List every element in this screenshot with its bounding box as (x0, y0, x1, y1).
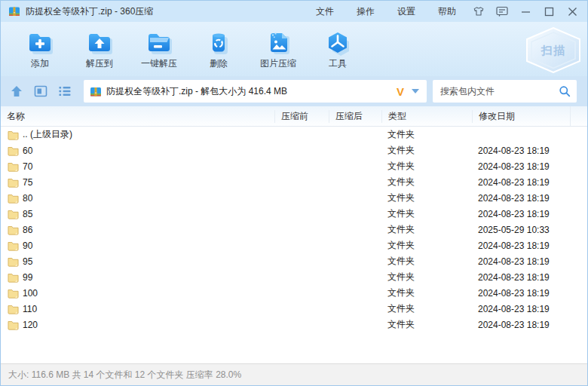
app-window: 防提权全等级补丁.zip - 360压缩 文件 操作 设置 帮助 (0, 0, 588, 386)
file-name: 86 (23, 225, 32, 235)
folder-icon (8, 288, 19, 299)
menu-file[interactable]: 文件 (316, 5, 334, 18)
one-click-extract-button[interactable]: 一键解压 (135, 28, 183, 70)
file-name: 75 (23, 177, 32, 188)
column-name[interactable]: 名称 (1, 110, 274, 123)
table-row[interactable]: 120 文件夹 2024-08-23 18:19 (1, 317, 587, 332)
toolbar-label: 添加 (31, 57, 49, 70)
folder-icon (8, 320, 19, 330)
table-header: 名称 压缩前 压缩后 类型 修改日期 (1, 106, 587, 127)
folder-icon (8, 193, 19, 204)
file-name: 70 (23, 161, 32, 172)
folder-icon (8, 161, 19, 172)
file-name: 85 (23, 209, 32, 219)
trash-icon (205, 28, 232, 57)
table-row[interactable]: 60 文件夹 2024-08-23 18:19 (1, 142, 587, 158)
file-date: 2025-05-29 10:33 (472, 225, 570, 235)
file-type: 文件夹 (381, 160, 472, 173)
table-row[interactable]: 95 文件夹 2024-08-23 18:19 (1, 253, 587, 269)
address-bar[interactable]: 防提权全等级补丁.zip - 解包大小为 416.4 MB V (84, 80, 427, 103)
file-date: 2024-08-23 18:19 (472, 320, 570, 330)
zip-file-icon (90, 85, 102, 97)
file-type: 文件夹 (381, 191, 472, 204)
add-folder-icon (26, 28, 54, 57)
menu-help[interactable]: 帮助 (438, 5, 456, 18)
statusbar: 大小: 116.6 MB 共 14 个文件和 12 个文件夹 压缩率 28.0% (1, 363, 587, 385)
file-name: 60 (23, 146, 32, 156)
file-date: 2024-08-23 18:19 (472, 161, 570, 172)
column-after[interactable]: 压缩后 (329, 110, 381, 123)
maximize-icon[interactable] (543, 5, 555, 17)
image-file-icon (265, 28, 292, 57)
file-date: 2024-08-23 18:19 (472, 193, 570, 204)
table-row[interactable]: 86 文件夹 2025-05-29 10:33 (1, 222, 587, 237)
table-row[interactable]: 70 文件夹 2024-08-23 18:19 (1, 158, 587, 174)
image-compress-button[interactable]: 图片压缩 (254, 28, 302, 70)
folder-icon (8, 272, 19, 283)
column-type[interactable]: 类型 (381, 110, 472, 123)
file-list: .. (上级目录) 文件夹 60 文件夹 2024-08-23 (1, 127, 587, 363)
table-row[interactable]: 80 文件夹 2024-08-23 18:19 (1, 190, 587, 206)
file-type: 文件夹 (381, 255, 472, 268)
table-row[interactable]: 75 文件夹 2024-08-23 18:19 (1, 174, 587, 190)
file-date: 2024-08-23 18:19 (472, 256, 570, 267)
file-type: 文件夹 (381, 286, 472, 299)
column-before[interactable]: 压缩前 (274, 110, 329, 123)
thumbnail-view-icon[interactable] (34, 84, 47, 98)
toolbar-label: 图片压缩 (260, 57, 296, 70)
file-name: 110 (23, 304, 37, 314)
folder-icon (8, 209, 19, 219)
menu-operation[interactable]: 操作 (357, 5, 375, 18)
file-name: 99 (23, 272, 32, 283)
menu-settings[interactable]: 设置 (397, 5, 415, 18)
table-row[interactable]: 99 文件夹 2024-08-23 18:19 (1, 269, 587, 285)
search-icon[interactable] (559, 85, 571, 97)
address-text: 防提权全等级补丁.zip - 解包大小为 416.4 MB (106, 85, 397, 98)
scan-label: 扫描 (541, 44, 565, 57)
column-gutter (570, 106, 587, 126)
list-view-icon[interactable] (58, 84, 72, 98)
table-row[interactable]: .. (上级目录) 文件夹 (1, 127, 587, 142)
file-type: 文件夹 (381, 239, 472, 252)
search-box (433, 80, 577, 103)
file-date: 2024-08-23 18:19 (472, 288, 570, 299)
file-name: 80 (23, 193, 32, 204)
file-type: 文件夹 (381, 223, 472, 236)
shirt-icon[interactable] (473, 5, 485, 17)
table-row[interactable]: 100 文件夹 2024-08-23 18:19 (1, 285, 587, 301)
scan-shield-badge[interactable]: 扫描 (524, 27, 583, 73)
search-input[interactable] (439, 85, 559, 97)
extract-to-button[interactable]: 解压到 (75, 28, 124, 70)
table-row[interactable]: 110 文件夹 2024-08-23 18:19 (1, 301, 587, 317)
file-date: 2024-08-23 18:19 (472, 240, 570, 251)
up-icon[interactable] (10, 84, 23, 98)
tools-button[interactable]: 工具 (314, 28, 362, 70)
vip-badge[interactable]: V (397, 85, 404, 98)
tools-cube-icon (324, 28, 351, 57)
close-icon[interactable] (566, 5, 578, 17)
delete-button[interactable]: 删除 (194, 28, 243, 70)
chevron-down-icon[interactable] (412, 89, 419, 93)
file-name: 120 (23, 320, 38, 330)
minimize-icon[interactable] (519, 5, 531, 17)
file-type: 文件夹 (381, 128, 472, 141)
file-date: 2024-08-23 18:19 (472, 304, 570, 314)
file-date: 2024-08-23 18:19 (472, 146, 570, 156)
add-button[interactable]: 添加 (16, 28, 64, 70)
file-type: 文件夹 (381, 176, 472, 188)
file-type: 文件夹 (381, 318, 472, 331)
table-row[interactable]: 90 文件夹 2024-08-23 18:19 (1, 237, 587, 253)
file-date: 2024-08-23 18:19 (472, 272, 570, 283)
file-date: 2024-08-23 18:19 (472, 209, 570, 219)
toolbar: 添加 解压到 一键解压 (1, 22, 587, 76)
navbar: 防提权全等级补丁.zip - 解包大小为 416.4 MB V (1, 76, 587, 106)
file-date: 2024-08-23 18:19 (472, 177, 570, 188)
file-name: 100 (23, 288, 38, 299)
table-row[interactable]: 85 文件夹 2024-08-23 18:19 (1, 206, 587, 222)
feedback-icon[interactable] (496, 5, 508, 17)
extract-folder-icon (86, 28, 113, 57)
status-text: 大小: 116.6 MB 共 14 个文件和 12 个文件夹 压缩率 28.0% (8, 369, 241, 381)
folder-icon (8, 304, 19, 314)
column-date[interactable]: 修改日期 (472, 110, 570, 123)
file-type: 文件夹 (381, 271, 472, 283)
